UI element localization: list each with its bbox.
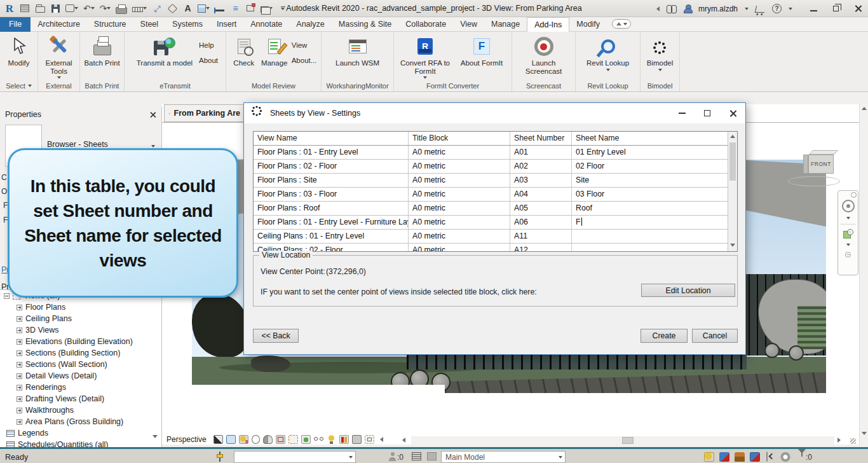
edit-location-button[interactable]: Edit Location [641,284,735,297]
cell-sheet-number[interactable]: A05 [510,202,572,215]
col-header-sheet-number[interactable]: Sheet Number [510,132,572,145]
tab-steel[interactable]: Steel [133,17,166,32]
hscroll-thumb[interactable] [622,437,634,444]
cell-view-name[interactable]: Floor Plans : 01 - Entry Level [254,146,409,159]
tab-analyze[interactable]: Analyze [289,17,331,32]
table-scroll-thumb[interactable] [729,142,736,181]
tree-item-schedules[interactable]: Schedules/Quantities (all) [0,439,161,447]
tab-insert[interactable]: Insert [210,17,243,32]
cell-sheet-number[interactable]: A12 [510,244,572,252]
cell-title-block[interactable]: A0 metric [409,244,510,252]
launch-wsm-button[interactable]: Launch WSM [330,34,385,67]
cell-title-block[interactable]: A0 metric [409,188,510,201]
revit-lookup-button[interactable]: Revit Lookup [583,34,634,71]
default-3d-view-icon[interactable] [198,3,210,14]
cell-sheet-name[interactable]: Site [572,174,729,187]
cell-sheet-name[interactable]: 01 Entry Level [572,146,729,159]
model-review-view-button[interactable]: View [292,41,317,49]
help-menu-chevron-icon[interactable] [789,8,792,10]
create-button[interactable]: Create [641,329,688,343]
cell-sheet-number[interactable]: A03 [510,174,572,187]
col-header-title-block[interactable]: Title Block [409,132,510,145]
expand-icon[interactable] [17,385,22,390]
cell-view-name[interactable]: Floor Plans : Site [254,174,409,187]
type-selector-chevron-icon[interactable] [151,145,155,148]
cancel-button[interactable]: Cancel [692,329,738,343]
zoom-tool-icon[interactable] [843,229,853,239]
navbar-close-icon[interactable] [851,192,857,198]
main-model-chevron-icon[interactable] [559,456,562,459]
cell-sheet-name[interactable] [572,230,729,243]
search-collapse-icon[interactable] [656,6,660,11]
tree-item-walkthroughs[interactable]: Walkthroughs [0,404,161,416]
cell-sheet-number[interactable]: A04 [510,188,572,201]
close-inactive-windows-icon[interactable] [245,3,255,14]
viewcube-left-face[interactable] [803,155,808,174]
cell-sheet-number[interactable]: A06 [510,216,572,229]
cell-title-block[interactable]: A0 metric [409,202,510,215]
save-icon[interactable] [50,3,60,14]
tab-view[interactable]: View [453,17,484,32]
tree-scroll-down-icon[interactable] [153,435,158,438]
resize-grip[interactable] [850,438,856,444]
tab-structure[interactable]: Structure [87,17,133,32]
viewcube-compass-ring[interactable] [788,176,840,186]
cell-view-name[interactable]: Floor Plans : 03 - Floor [254,188,409,201]
table-scroll-up-icon[interactable] [730,135,735,138]
dialog-minimize-button[interactable] [669,103,695,123]
select-pinned-toggle-icon[interactable] [735,452,745,462]
tree-item-detail-views[interactable]: Detail Views (Detail) [0,370,161,382]
table-scroll-down-icon[interactable] [730,244,735,247]
hscroll-left-icon[interactable] [402,438,405,443]
cell-title-block[interactable]: A0 metric [409,174,510,187]
expand-icon[interactable] [17,316,22,322]
scroll-down-icon[interactable] [862,432,867,435]
tab-file[interactable]: File [0,17,31,32]
tab-architecture[interactable]: Architecture [31,17,87,32]
worksharing-display-icon[interactable] [365,435,374,444]
etransmit-help-button[interactable]: Help [199,41,218,49]
tree-item-elevations[interactable]: Elevations (Building Elevation) [0,336,161,347]
tab-manage[interactable]: Manage [484,17,527,32]
tab-massing-site[interactable]: Massing & Site [332,17,398,32]
view-tab-from-parking-area[interactable]: From Parking Are [164,104,245,122]
cell-view-name[interactable]: Floor Plans : Roof [254,202,409,215]
tree-item-3d-views[interactable]: 3D Views [0,324,161,336]
minimize-button[interactable] [808,3,818,14]
table-scrollbar[interactable] [728,132,737,251]
collapse-icon[interactable] [4,293,10,299]
panel-label-select[interactable]: Select [0,80,37,92]
select-by-face-toggle-icon[interactable] [750,452,760,462]
properties-close-icon[interactable] [150,111,156,117]
search-icon[interactable] [667,5,677,12]
steering-wheel-icon[interactable] [842,200,855,212]
drag-elements-toggle-icon[interactable] [766,452,768,462]
workset-chevron-icon[interactable] [349,456,353,459]
type-selector-value[interactable]: Browser - Sheets [47,140,108,149]
cell-title-block[interactable]: A0 metric [409,146,510,159]
vertical-scrollbar[interactable] [859,104,868,445]
active-workset-select[interactable] [234,451,356,463]
section-icon[interactable] [215,3,225,14]
tree-item-ceiling-plans[interactable]: Ceiling Plans [0,313,161,324]
dialog-close-button[interactable] [720,103,745,123]
user-interface-icon[interactable] [20,3,30,14]
cell-sheet-name[interactable]: 02 Floor [572,160,729,173]
help-icon[interactable]: ? [772,4,782,13]
open-file-icon[interactable] [35,3,45,14]
account-menu-chevron-icon[interactable] [745,8,749,10]
manage-button[interactable]: Manage [259,34,290,67]
model-review-about-button[interactable]: About... [292,57,317,64]
tree-item-legends[interactable]: Legends [0,427,161,439]
navbar-minimize-icon[interactable] [845,252,851,258]
expand-icon[interactable] [17,328,22,333]
sun-path-icon[interactable] [252,435,260,444]
link-arrow-icon[interactable] [427,452,437,460]
shadows-icon[interactable] [263,435,273,444]
navbar-wheel-chevron-icon[interactable] [846,217,850,219]
highlight-displacement-icon[interactable] [352,435,362,444]
cell-sheet-number[interactable]: A02 [510,160,572,173]
tab-systems[interactable]: Systems [165,17,210,32]
back-button[interactable]: << Back [253,329,299,343]
tree-item-sections-building[interactable]: Sections (Building Section) [0,347,161,359]
